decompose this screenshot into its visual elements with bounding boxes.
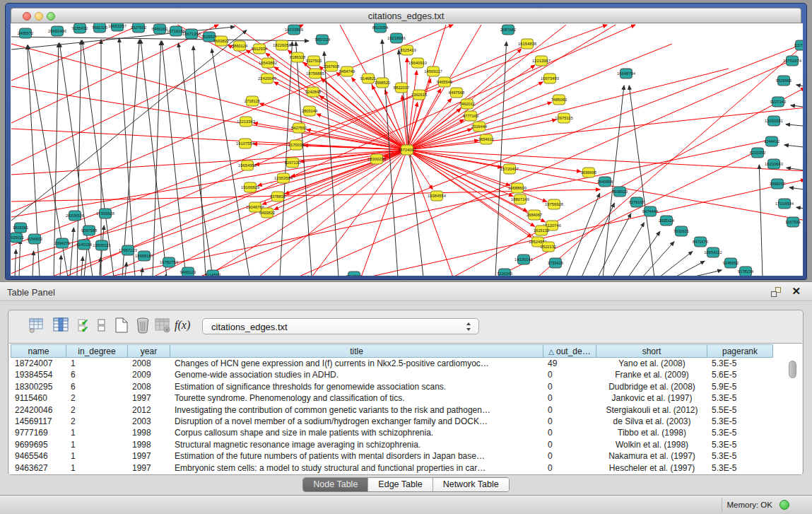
table-cell: 1998 xyxy=(128,427,170,438)
graph-node-label: 16210643 xyxy=(765,162,783,166)
table-panel: Table Panel ✕ ⚙ ✔✔ ✕ f(x) cita xyxy=(0,281,812,495)
graph-node-label: 2522132 xyxy=(541,245,557,249)
table-selector-dropdown[interactable]: citations_edges.txt xyxy=(202,318,479,334)
table-cell: 2 xyxy=(66,404,128,416)
graph-node-label: 6497568 xyxy=(449,90,465,95)
column-header-name[interactable]: name xyxy=(11,344,66,358)
table-cell: Corpus callosum shape and size in male p… xyxy=(170,427,543,438)
table-cell: 5.3E-5 xyxy=(707,416,773,427)
table-cell: Estimation of significance thresholds fo… xyxy=(170,381,543,392)
table-row[interactable]: 2242004622012Investigating the contribut… xyxy=(11,404,773,416)
memory-status-label: Memory: OK xyxy=(726,501,772,509)
table-row[interactable]: 969969511998Structural magnetic resonanc… xyxy=(11,439,773,450)
table-cell: 2009 xyxy=(128,369,170,380)
column-chooser-icon[interactable] xyxy=(52,316,70,334)
table-row[interactable]: 1830029562008Estimation of significance … xyxy=(11,381,773,392)
graph-node-label: 19166829 xyxy=(241,185,259,189)
table-cell: 9463627 xyxy=(11,462,66,474)
graph-node-label: 17957223 xyxy=(119,248,137,252)
table-row[interactable]: 1872400712008Changes of HCN gene express… xyxy=(11,358,773,369)
table-header-row[interactable]: namein_degreeyeartitle△out_de…shortpager… xyxy=(11,344,773,358)
graph-node-label: 19654955 xyxy=(238,163,257,168)
graph-node-label: 7216345 xyxy=(497,271,513,276)
table-cell: 2008 xyxy=(128,358,170,369)
graph-node-label: 10688609 xyxy=(508,186,526,190)
tab-network-table[interactable]: Network Table xyxy=(433,478,509,491)
column-header-year[interactable]: year xyxy=(128,344,170,358)
network-canvas[interactable]: 2405572206914069155432769132510653257152… xyxy=(11,23,803,276)
memory-status-indicator[interactable] xyxy=(779,500,789,510)
table-row[interactable]: 1938455462009Genome-wide association stu… xyxy=(11,369,773,380)
graph-node-label: 2087682 xyxy=(500,28,517,32)
table-cell: Disruption of a novel member of a sodium… xyxy=(170,416,543,427)
table-cell: de Silva et al. (2003) xyxy=(596,416,707,427)
table-cell: Structural magnetic resonance image aver… xyxy=(170,439,543,450)
table-cell: 5.5E-5 xyxy=(707,404,773,416)
graph-node-label: 9155432 xyxy=(72,26,88,30)
table-cell: 5.3E-5 xyxy=(707,439,773,450)
table-cell: 1 xyxy=(66,439,128,450)
table-settings-icon[interactable]: ⚙ xyxy=(28,316,46,334)
column-header-short[interactable]: short xyxy=(596,344,707,358)
graph-node-label: 9242848 xyxy=(305,90,322,94)
graph-node-label: 15640910 xyxy=(408,61,427,65)
graph-node-label: 8822037 xyxy=(394,86,410,90)
graph-node-label: 15751074 xyxy=(783,59,802,63)
graph-node-label: 8860124 xyxy=(232,44,248,48)
graph-node-label: 12975115 xyxy=(555,116,572,120)
table-type-tabs: Node TableEdge TableNetwork Table xyxy=(0,477,812,491)
table-cell: 5.3E-5 xyxy=(707,358,773,369)
graph-node-label: 9699695 xyxy=(581,170,597,175)
table-row[interactable]: 946554611997Estimation of the future num… xyxy=(11,450,773,462)
float-panel-icon[interactable] xyxy=(771,287,781,297)
table-body[interactable]: 1872400712008Changes of HCN gene express… xyxy=(11,358,773,474)
vertical-scrollbar[interactable] xyxy=(788,359,797,472)
graph-node-label: 8813054 xyxy=(372,25,389,30)
table-row[interactable]: 977716911998Corpus callosum shape and si… xyxy=(11,427,773,438)
column-header-pagerank[interactable]: pagerank xyxy=(707,344,773,358)
close-panel-icon[interactable]: ✕ xyxy=(792,286,801,297)
function-builder-icon[interactable]: f(x) xyxy=(175,316,193,334)
select-all-rows-icon[interactable]: ✔✔ xyxy=(76,316,94,334)
table-cell: Stergiakouli et al. (2012) xyxy=(596,404,707,416)
tab-edge-table[interactable]: Edge Table xyxy=(368,478,433,491)
graph-node-label: 9342516 xyxy=(346,274,363,276)
deselect-rows-icon[interactable] xyxy=(93,316,111,334)
graph-node-label: 2935114 xyxy=(659,218,675,223)
node-table-grid: namein_degreeyeartitle△out_de…shortpager… xyxy=(9,343,802,474)
table-row[interactable]: 1456911722003Disruption of a novel membe… xyxy=(11,416,773,427)
graph-node-label: 1167531 xyxy=(785,220,801,224)
delete-table-icon[interactable] xyxy=(134,316,152,334)
table-cell: 1997 xyxy=(128,392,170,404)
new-table-icon[interactable] xyxy=(112,316,131,334)
graph-node-label: 17359928 xyxy=(96,211,114,216)
graph-node-label: 1527602 xyxy=(131,25,147,30)
table-cell: 0 xyxy=(543,416,596,427)
graph-node-label: 2718126 xyxy=(245,99,261,103)
table-cell: Tibbo et al. (1998) xyxy=(596,427,707,438)
table-cell: 6 xyxy=(66,369,128,380)
tab-node-table[interactable]: Node Table xyxy=(303,478,368,491)
svg-text:✕: ✕ xyxy=(165,327,170,332)
table-cell: 2 xyxy=(66,416,128,427)
graph-node-label: 7462012 xyxy=(459,102,476,106)
table-row[interactable]: 946362711997Embryonic stem cells: a mode… xyxy=(11,462,773,474)
citation-network-graph[interactable]: 2405572206914069155432769132510653257152… xyxy=(11,23,803,276)
graph-node-label: 16782753 xyxy=(160,260,178,264)
graph-node-label: 15720407 xyxy=(500,167,519,171)
table-cell: 2 xyxy=(66,392,128,404)
table-row[interactable]: 911546021997Tourette syndrome. Phenomeno… xyxy=(11,392,773,404)
table-cell: 9115460 xyxy=(11,392,66,404)
graph-node-label: 22420046 xyxy=(258,76,276,81)
graph-node-label: 6493822 xyxy=(259,211,276,215)
graph-node-label: 7632621 xyxy=(673,229,690,233)
scrollbar-thumb[interactable] xyxy=(789,361,796,378)
column-header-title[interactable]: title xyxy=(170,344,543,358)
graph-node-label: 1394275 xyxy=(54,241,71,245)
column-header-out_de[interactable]: △out_de… xyxy=(543,344,596,358)
table-cell: Tourette syndrome. Phenomenology and cla… xyxy=(170,392,543,404)
column-header-in_degree[interactable]: in_degree xyxy=(66,344,128,358)
table-cell: 0 xyxy=(543,381,596,392)
graph-node-label: 7691325 xyxy=(92,25,108,30)
table-panel-title: Table Panel xyxy=(7,287,55,298)
